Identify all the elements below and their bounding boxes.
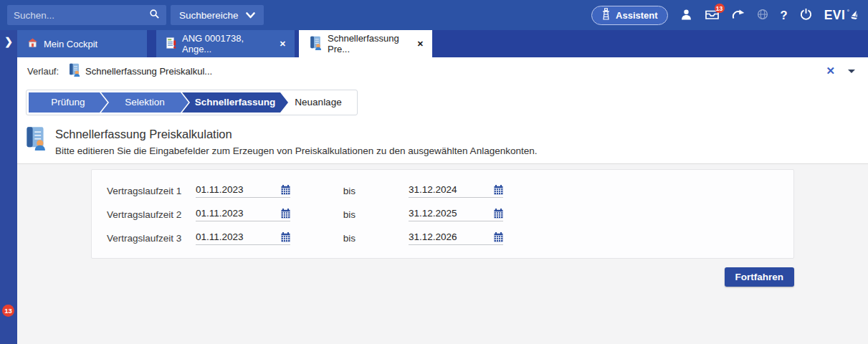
calendar-picker-button[interactable] [494,185,503,195]
close-view-icon[interactable]: ✕ [826,64,835,77]
tab-bar: Mein Cockpit ANG 0001738, Ange... ✕ Schn… [0,30,868,57]
topbar-right-cluster: Assistent 13 ? [591,6,858,25]
tab-label: ANG 0001738, Ange... [182,33,274,54]
row-label: Vertragslaufzeit 2 [107,209,196,220]
tab-close-icon[interactable]: ✕ [417,39,424,49]
calendar-icon [494,209,503,219]
calendar-picker-button[interactable] [281,209,290,219]
expand-panel-chevron-icon[interactable]: ❯ [0,36,17,47]
calendar-picker-button[interactable] [281,185,290,195]
form-card: Vertragslaufzeit 1 bis Vertragslaufzeit … [91,169,794,259]
form-row: Vertragslaufzeit 3 bis [92,226,793,250]
inbox-button[interactable]: 13 [705,8,720,22]
assistant-label: Assistent [616,10,658,21]
calendar-picker-button[interactable] [281,232,290,242]
date-from-field[interactable] [196,184,290,198]
logout-button[interactable] [800,8,812,22]
form-row: Vertragslaufzeit 1 bis [92,179,793,203]
home-icon [27,38,38,49]
page-subtitle: Bitte editieren Sie die Eingabefelder zu… [55,145,537,156]
chevron-down-icon [246,10,255,21]
page-title: Schnellerfassung Preiskalkulation [55,128,537,141]
date-to-field[interactable] [409,208,503,221]
range-separator: bis [290,233,409,244]
power-icon [800,8,812,22]
redo-button[interactable] [732,9,745,22]
date-from-field[interactable] [196,231,290,245]
globe-icon [757,9,768,22]
caret-down-icon[interactable] [848,70,855,73]
left-rail: ❯ 13 [0,30,17,344]
history-item-label: Schnellerfassung Preiskalkul... [85,66,212,77]
book-person-icon [68,63,80,79]
user-icon [680,9,692,22]
calendar-icon [281,185,290,195]
assistant-button[interactable]: Assistent [591,6,668,25]
main-content: Verlauf: Schnellerfassung Preiskalkul...… [17,57,868,344]
date-to-field[interactable] [409,184,503,198]
date-to-input[interactable] [409,231,469,242]
tab-close-icon[interactable]: ✕ [280,39,286,49]
date-from-input[interactable] [196,184,256,195]
date-from-field[interactable] [196,208,290,221]
tab-ang-0001738[interactable]: ANG 0001738, Ange... ✕ [156,30,295,57]
date-to-input[interactable] [409,184,469,195]
date-to-input[interactable] [409,208,469,219]
top-bar: Suchbereiche Assistent [0,0,868,30]
brand-logo: EVI ° [824,7,858,23]
form-row: Vertragslaufzeit 2 bis [92,203,793,226]
calendar-icon [494,232,503,242]
book-person-icon [309,36,322,52]
range-separator: bis [290,209,409,220]
range-separator: bis [290,186,409,196]
book-person-icon [24,126,46,153]
history-actions: ✕ [826,64,855,77]
date-to-field[interactable] [409,231,503,245]
help-button[interactable]: ? [781,9,788,22]
history-row: Verlauf: Schnellerfassung Preiskalkul...… [17,57,868,85]
page-header: Schnellerfassung Preiskalkulation Bitte … [24,126,537,156]
rail-notification-badge[interactable]: 13 [2,305,14,317]
history-label: Verlauf: [27,66,59,77]
date-from-input[interactable] [196,208,256,219]
help-icon: ? [781,9,788,22]
date-from-input[interactable] [196,231,256,242]
globe-button[interactable] [757,9,768,22]
calendar-icon [281,232,290,242]
history-item[interactable]: Schnellerfassung Preiskalkul... [68,63,212,79]
brand-text: EVI [824,7,846,23]
wizard-step-selektion[interactable]: Selektion [101,92,189,113]
wizard-step-schnellerfassung-active[interactable]: Schnellerfassung [182,92,288,113]
wizard-step-pruefung[interactable]: Prüfung [29,92,108,113]
search-scope-dropdown[interactable]: Suchbereiche [171,5,264,25]
wizard-step-neuanlage[interactable]: Neuanlage [282,92,355,113]
calendar-picker-button[interactable] [494,232,503,242]
lighthouse-icon [601,8,611,22]
calendar-icon [281,209,290,219]
calendar-picker-button[interactable] [494,209,503,219]
inbox-notification-badge: 13 [715,4,725,13]
tab-label: Schnellerfassung Pre... [328,33,411,54]
action-bar: Fortfahren [17,267,868,287]
form-area: Vertragslaufzeit 1 bis Vertragslaufzeit … [17,163,868,344]
redo-arrow-icon [732,9,745,22]
row-label: Vertragslaufzeit 1 [107,186,196,196]
sailboat-icon [850,9,859,21]
wizard-steps: Prüfung Selektion Schnellerfassung Neuan… [26,90,358,115]
document-alert-icon [166,37,176,51]
tab-label: Mein Cockpit [44,39,97,49]
search-icon[interactable] [149,9,160,22]
search-scope-label: Suchbereiche [179,10,239,21]
search-box[interactable] [7,5,166,25]
tab-schnellerfassung[interactable]: Schnellerfassung Pre... ✕ [299,30,432,57]
brand-degree-mark: ° [846,9,849,16]
calendar-icon [494,185,503,195]
row-label: Vertragslaufzeit 3 [107,233,196,244]
search-input[interactable] [14,10,149,21]
continue-button[interactable]: Fortfahren [725,267,795,287]
user-button[interactable] [680,9,692,22]
tab-mein-cockpit[interactable]: Mein Cockpit [17,30,147,57]
